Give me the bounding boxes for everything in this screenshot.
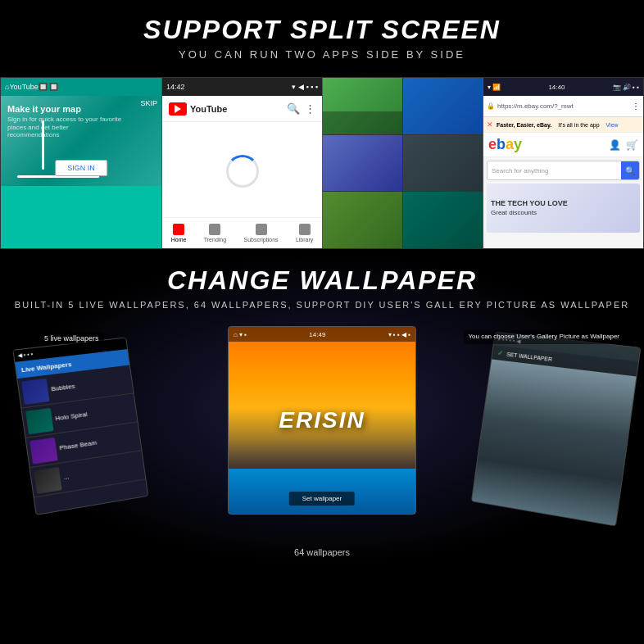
trending-icon [209,224,220,235]
more-icon[interactable]: ⋮ [632,102,640,111]
center-time: 14:49 [309,331,325,338]
ebay-status-bar: ▾ 📶 14:40 📷 🔊 ▪ ▪ [483,78,643,96]
ebay-notification-sub: It's all in the app [558,122,599,128]
yt-nav-home[interactable]: Home [171,224,187,243]
banner-title: THE TECH YOU LOVE [491,199,568,209]
ebay-url-bar[interactable]: 🔒 https://m.ebay.com/?_mwt ⋮ [483,96,643,117]
youtube-app-bar: YouTube 🔍 ⋮ [162,96,322,122]
wp-thumb-phase [29,438,57,465]
set-wp-label: SET WALLPAPER [506,351,552,362]
ebay-search-button[interactable]: 🔍 [621,161,639,179]
checkmark-icon: ✓ [497,349,504,358]
yt-nav-library[interactable]: Library [296,224,313,243]
set-wallpaper-button[interactable]: Set wallpaper [289,492,355,506]
wallpaper-screens: 5 live wallpapers ◀ ▪ ▪ ▪ Live Wallpaper… [0,326,644,539]
youtube-bottom-nav: Home Trending Subscriptions Library [162,217,322,248]
split-screen-demo: ⌂ YouTube 🔲 🔲 SKIP Make it your map Sign… [0,77,644,249]
panel-youtube: 14:42 ▾ ◀ ▪ ▪ ▪ YouTube 🔍 ⋮ Home [161,78,322,248]
bottom-title-wrap: CHANGE WALLPAPER BUILT-IN 5 LIVE WALLPAP… [0,249,644,318]
gallery-cell-5 [323,192,402,248]
wp-item-label-holo: Holo Spiral [55,410,88,422]
bottom-section: CHANGE WALLPAPER BUILT-IN 5 LIVE WALLPAP… [0,249,644,569]
youtube-status-bar: 14:42 ▾ ◀ ▪ ▪ ▪ [162,78,322,96]
panel-gallery [322,78,483,248]
ebay-search-placeholder: Search for anything [488,167,621,175]
gallery-cell-2 [403,78,483,134]
ebay-time: 14:40 [548,84,565,91]
ebay-url-text: https://m.ebay.com/?_mwt [497,102,629,110]
wp-thumb-holo [25,408,53,434]
wp-item-label-bubbles: Bubbles [51,383,75,393]
yt-nav-library-label: Library [296,237,313,243]
center-status: ⌂ ▾ ▪ 14:49 ▾ ▪ ▪ ◀ ▪ [229,327,415,342]
yt-nav-subscriptions[interactable]: Subscriptions [244,224,279,243]
wallpaper-subtitle: BUILT-IN 5 LIVE WALLPAPERS, 64 WALLPAPER… [0,299,644,311]
wp-item-label-extra: ... [63,474,70,482]
play-triangle-icon [175,105,181,113]
ebay-b: b [497,136,506,152]
close-icon[interactable]: ✕ [487,120,493,129]
ebay-search-bar[interactable]: Search for anything 🔍 [487,161,640,180]
wp-item-label-phase: Phase Beam [59,439,98,452]
youtube-icon [169,102,187,116]
skip-text[interactable]: SKIP [140,99,157,107]
home-icon [173,224,184,235]
main-title: SUPPORT SPLIT SCREEN [0,15,644,45]
library-icon [299,224,311,235]
ebay-notification-text: Faster, Easier, eBay. [497,122,551,128]
erisin-text: ERISIN [279,407,365,433]
banner-sub: Great discounts [491,209,568,217]
subscriptions-icon [256,224,267,235]
ebay-notification: ✕ Faster, Easier, eBay. It's all in the … [483,117,643,133]
user-gallery-label: You can choose User's Gallery Picture as… [464,330,624,343]
center-icons-right: ▾ ▪ ▪ ◀ ▪ [388,331,410,338]
search-icon[interactable]: 🔍 [287,102,300,115]
ebay-banner: THE TECH YOU LOVE Great discounts [487,184,640,233]
live-wallpapers-label: 5 live wallpapers [39,333,104,344]
yt-icons: ▾ ◀ ▪ ▪ ▪ [292,83,318,91]
tree-silhouette [323,111,402,134]
status-icons: 🔲 🔲 [39,83,59,91]
maps-status-bar: ⌂ YouTube 🔲 🔲 [1,78,161,96]
change-wallpaper-title: CHANGE WALLPAPER [0,265,644,296]
center-icons-left: ⌂ ▾ ▪ [234,331,247,338]
youtube-content [162,122,322,220]
map-title: Make it your map [7,104,81,114]
ebay-logo-bar: ebay 👤 🛒 [483,133,643,157]
center-wallpaper-screen: ⌂ ▾ ▪ 14:49 ▾ ▪ ▪ ◀ ▪ ERISIN Set wallpap… [228,326,416,515]
loading-spinner [226,155,259,188]
more-icon[interactable]: ⋮ [305,102,315,115]
wp-title-text: Live Wallpapers [20,361,71,374]
user-icon[interactable]: 👤 [609,139,621,151]
ebay-a: a [506,136,514,152]
lock-icon: 🔒 [487,102,495,110]
ebay-y: y [514,136,522,152]
search-icon: 🔍 [625,166,635,175]
sub-title: YOU CAN RUN TWO APPS SIDE BY SIDE [0,48,644,61]
yt-nav-trending[interactable]: Trending [204,224,226,243]
sign-in-button[interactable]: SIGN IN [55,160,107,176]
ebay-logo: ebay [488,136,522,153]
map-content: SKIP Make it your map Sign in for quick … [1,96,161,186]
map-subtitle: Sign in for quick access to your favorit… [7,116,122,139]
map-road2 [42,120,44,170]
yt-nav-home-label: Home [171,237,187,243]
live-wallpapers-screen: ◀ ▪ ▪ ▪ Live Wallpapers Bubbles Holo Spi… [12,338,148,516]
ebay-icons: 📷 🔊 ▪ ▪ [613,84,639,91]
cart-icon[interactable]: 🛒 [626,139,638,151]
yt-nav-trending-label: Trending [204,237,226,243]
top-section: SUPPORT SPLIT SCREEN YOU CAN RUN TWO APP… [0,0,644,69]
wp-thumb-bubbles [21,379,49,405]
panel-ebay: ▾ 📶 14:40 📷 🔊 ▪ ▪ 🔒 https://m.ebay.com/?… [483,78,643,248]
wallpapers-64-label: 64 wallpapers [294,547,350,557]
gallery-cell-3 [323,135,402,192]
yt-nav-subscriptions-label: Subscriptions [244,237,279,243]
app-label: YouTube [9,83,38,91]
view-link[interactable]: View [606,122,619,128]
panel-maps: ⌂ YouTube 🔲 🔲 SKIP Make it your map Sign… [1,78,161,248]
gallery-cell-6 [403,192,483,248]
user-gallery-text: You can choose User's Gallery Picture as… [468,333,619,340]
wp-thumb-extra [34,467,61,494]
gallery-grid [323,78,483,248]
gallery-cell-4 [403,135,483,192]
